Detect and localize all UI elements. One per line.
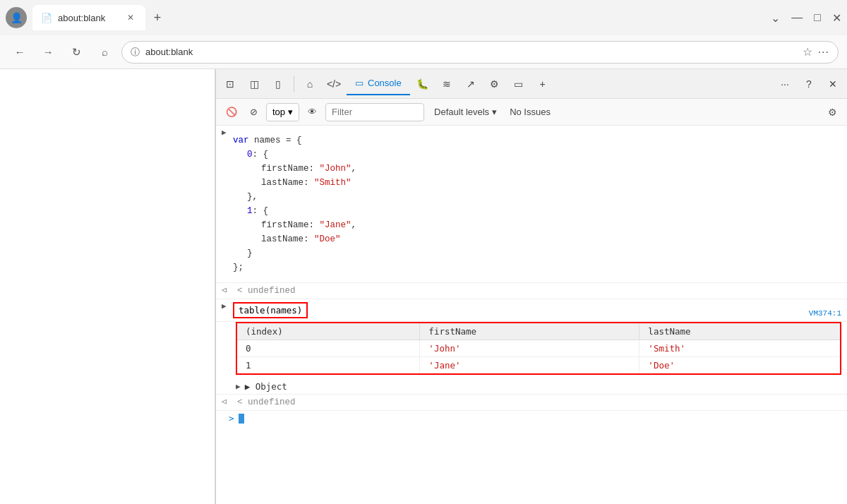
index-0: 0 (237, 340, 420, 357)
table-command-line: ▶ table(names) (216, 299, 847, 322)
maximize-button[interactable]: □ (814, 11, 821, 24)
devtools-panel: ⊡ ◫ ▯ ⌂ </> ▭ Console 🐛 ≋ ↗ ⚙ ▭ + ··· ? … (215, 69, 847, 504)
devtools-inspect-btn[interactable]: ⊡ (219, 73, 241, 95)
devtools-add-btn[interactable]: + (531, 73, 554, 95)
search-button[interactable]: ⌕ (93, 41, 116, 64)
input-caret-icon: > (229, 413, 234, 424)
context-label: top (272, 107, 285, 117)
new-tab-button[interactable]: + (145, 6, 169, 30)
info-icon: ⓘ (131, 46, 140, 59)
object-label: ▶ Object (244, 381, 287, 392)
eye-button[interactable]: 👁 (304, 103, 321, 121)
chevron-down-icon: ▾ (288, 107, 293, 117)
console-tab-label: Console (368, 78, 402, 88)
index-1: 1 (237, 357, 420, 374)
devtools-console-tab[interactable]: ▭ Console (347, 73, 410, 95)
default-levels-dropdown[interactable]: Default levels ▾ (428, 107, 503, 117)
close-button[interactable]: ✕ (832, 11, 841, 25)
console-tab-icon: ▭ (355, 78, 364, 88)
tab-page-icon: 📄 (41, 13, 52, 23)
table-output-container: VM374:1 (index) firstName lastName 0 'Jo… (236, 322, 841, 375)
table-header: (index) firstName lastName (237, 323, 840, 340)
address-text: about:blank (145, 47, 193, 57)
firstname-1: 'Jane' (420, 357, 639, 374)
output-arrow-2-icon: ◁ (222, 397, 227, 406)
header-row: (index) firstName lastName (237, 323, 840, 340)
devtools-more-btn[interactable]: ··· (774, 73, 796, 95)
data-table-wrapper: (index) firstName lastName 0 'John' 'Smi… (236, 322, 841, 375)
table-body: 0 'John' 'Smith' 1 'Jane' 'Doe' (237, 340, 840, 374)
devtools-help-btn[interactable]: ? (798, 73, 820, 95)
devtools-perf-tab[interactable]: ↗ (459, 73, 482, 95)
default-levels-label: Default levels (434, 107, 489, 117)
forward-button[interactable]: → (37, 41, 59, 64)
firstname-header: firstName (420, 323, 639, 340)
devtools-settings-button[interactable]: ⚙ (823, 103, 841, 121)
devtools-sidebar-btn[interactable]: ▯ (267, 73, 289, 95)
window-controls: ⌄ — □ ✕ (771, 11, 841, 25)
lastname-1: 'Doe' (639, 357, 840, 374)
devtools-device-btn[interactable]: ◫ (243, 73, 265, 95)
devtools-home-tab[interactable]: ⌂ (299, 73, 321, 95)
default-levels-arrow-icon: ▾ (492, 107, 497, 117)
active-tab[interactable]: 📄 about:blank ✕ (32, 5, 145, 30)
devtools-toolbar: ⊡ ◫ ▯ ⌂ </> ▭ Console 🐛 ≋ ↗ ⚙ ▭ + ··· ? … (216, 69, 847, 99)
undefined-output-1: ◁ < undefined (216, 283, 847, 299)
profile-avatar: 👤 (11, 12, 23, 23)
firstname-0: 'John' (420, 340, 639, 357)
no-issues-label: No Issues (510, 107, 551, 117)
output-arrow-icon: ◁ (222, 285, 227, 294)
devtools-network-tab[interactable]: ≋ (435, 73, 458, 95)
index-header: (index) (237, 323, 420, 340)
undefined-output-2: ◁ < undefined (216, 395, 847, 411)
table-row: 1 'Jane' 'Doe' (237, 357, 840, 374)
devtools-sources-tab[interactable]: </> (323, 73, 345, 95)
tab-title: about:blank (58, 13, 105, 23)
refresh-button[interactable]: ↻ (65, 41, 88, 64)
title-bar: 👤 📄 about:blank ✕ + ⌄ — □ ✕ (0, 0, 847, 35)
devtools-memory-tab[interactable]: ⚙ (483, 73, 506, 95)
console-output: ▶ var names = { 0: { firstName: "John", … (216, 126, 847, 504)
toolbar-separator (294, 76, 294, 92)
vm-reference[interactable]: VM374:1 (809, 309, 841, 318)
console-code-block: ▶ var names = { 0: { firstName: "John", … (216, 126, 847, 283)
star-button[interactable]: ☆ (803, 45, 812, 59)
devtools-debug-tab[interactable]: 🐛 (412, 73, 434, 95)
code-content: var names = { 0: { firstName: "John", la… (233, 129, 356, 279)
lastname-header: lastName (639, 323, 840, 340)
tab-close-button[interactable]: ✕ (124, 11, 137, 24)
devtools-app-tab[interactable]: ▭ (507, 73, 530, 95)
table-command-text[interactable]: table(names) (233, 302, 308, 318)
lastname-0: 'Smith' (639, 340, 840, 357)
navigation-bar: ← → ↻ ⌕ ⓘ about:blank ☆ ··· (0, 35, 847, 69)
browser-page-area (0, 69, 215, 504)
table-row: 0 'John' 'Smith' (237, 340, 840, 357)
tab-bar: 📄 about:blank ✕ + (32, 5, 765, 30)
address-bar[interactable]: ⓘ about:blank ☆ ··· (121, 41, 839, 64)
console-input-line[interactable]: > (216, 411, 847, 426)
object-expand-icon[interactable]: ▶ (236, 382, 241, 391)
clear-console-button[interactable]: 🚫 (222, 103, 241, 121)
input-arrow-icon: ▶ (222, 301, 227, 311)
filter-input[interactable] (325, 103, 424, 121)
more-button[interactable]: ··· (818, 46, 829, 59)
context-selector[interactable]: top ▾ (266, 103, 299, 121)
console-cursor[interactable] (239, 414, 244, 424)
profile-icon[interactable]: 👤 (6, 7, 27, 28)
console-data-table: (index) firstName lastName 0 'John' 'Smi… (237, 323, 840, 373)
chevron-icon[interactable]: ⌄ (771, 11, 780, 25)
object-output-line: ▶ ▶ Object (216, 379, 847, 395)
devtools-close-btn[interactable]: ✕ (822, 73, 844, 95)
minimize-button[interactable]: — (791, 11, 803, 24)
devtools-subtoolbar: 🚫 ⊘ top ▾ 👁 Default levels ▾ No Issues ⚙ (216, 99, 847, 126)
back-button[interactable]: ← (8, 41, 31, 64)
pause-button[interactable]: ⊘ (246, 103, 262, 121)
expand-code-icon[interactable]: ▶ (222, 128, 227, 137)
